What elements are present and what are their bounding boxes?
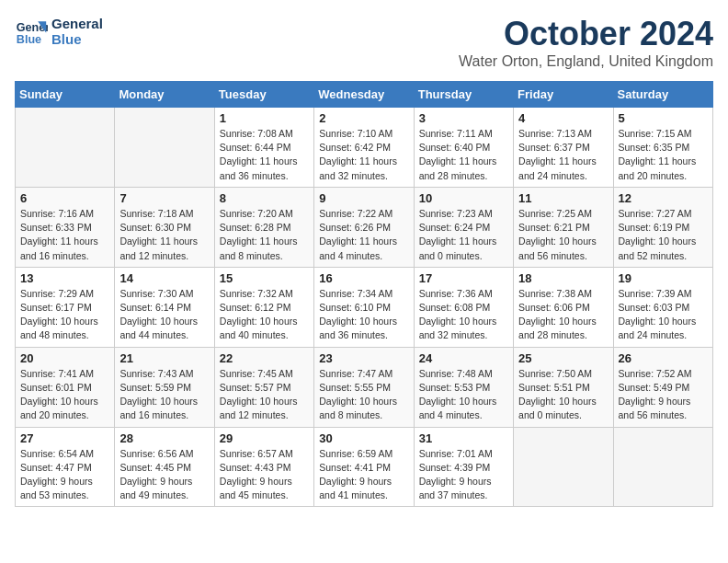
- month-title: October 2024: [459, 15, 713, 53]
- day-cell: 24Sunrise: 7:48 AM Sunset: 5:53 PM Dayli…: [414, 347, 513, 427]
- day-cell: 12Sunrise: 7:27 AM Sunset: 6:19 PM Dayli…: [613, 187, 712, 267]
- week-row-3: 13Sunrise: 7:29 AM Sunset: 6:17 PM Dayli…: [16, 267, 713, 347]
- week-row-5: 27Sunrise: 6:54 AM Sunset: 4:47 PM Dayli…: [16, 427, 713, 507]
- day-info: Sunrise: 7:38 AM Sunset: 6:06 PM Dayligh…: [518, 287, 608, 343]
- day-cell: [115, 108, 214, 188]
- logo: General Blue General Blue: [15, 15, 103, 48]
- day-number: 18: [518, 271, 608, 285]
- calendar-table: SundayMondayTuesdayWednesdayThursdayFrid…: [15, 81, 713, 507]
- day-cell: 1Sunrise: 7:08 AM Sunset: 6:44 PM Daylig…: [214, 108, 313, 188]
- day-cell: 6Sunrise: 7:16 AM Sunset: 6:33 PM Daylig…: [16, 187, 115, 267]
- day-info: Sunrise: 7:50 AM Sunset: 5:51 PM Dayligh…: [518, 367, 608, 423]
- day-cell: 14Sunrise: 7:30 AM Sunset: 6:14 PM Dayli…: [115, 267, 214, 347]
- day-cell: 19Sunrise: 7:39 AM Sunset: 6:03 PM Dayli…: [613, 267, 712, 347]
- day-number: 24: [419, 351, 508, 365]
- day-cell: 3Sunrise: 7:11 AM Sunset: 6:40 PM Daylig…: [414, 108, 513, 188]
- col-header-thursday: Thursday: [414, 82, 513, 108]
- day-number: 14: [119, 271, 209, 285]
- day-number: 31: [419, 431, 508, 445]
- day-number: 11: [518, 191, 608, 205]
- day-info: Sunrise: 7:18 AM Sunset: 6:30 PM Dayligh…: [119, 207, 209, 263]
- day-number: 17: [419, 271, 508, 285]
- day-cell: 22Sunrise: 7:45 AM Sunset: 5:57 PM Dayli…: [214, 347, 313, 427]
- day-info: Sunrise: 7:45 AM Sunset: 5:57 PM Dayligh…: [220, 367, 309, 423]
- day-cell: 18Sunrise: 7:38 AM Sunset: 6:06 PM Dayli…: [514, 267, 613, 347]
- day-cell: 2Sunrise: 7:10 AM Sunset: 6:42 PM Daylig…: [314, 108, 414, 188]
- day-info: Sunrise: 7:48 AM Sunset: 5:53 PM Dayligh…: [419, 367, 508, 423]
- day-number: 7: [119, 191, 209, 205]
- day-cell: 10Sunrise: 7:23 AM Sunset: 6:24 PM Dayli…: [414, 187, 513, 267]
- day-cell: 13Sunrise: 7:29 AM Sunset: 6:17 PM Dayli…: [16, 267, 115, 347]
- day-number: 10: [419, 191, 508, 205]
- day-info: Sunrise: 7:15 AM Sunset: 6:35 PM Dayligh…: [619, 127, 708, 183]
- day-info: Sunrise: 6:59 AM Sunset: 4:41 PM Dayligh…: [319, 447, 408, 503]
- day-cell: 29Sunrise: 6:57 AM Sunset: 4:43 PM Dayli…: [214, 427, 313, 507]
- day-number: 30: [319, 431, 408, 445]
- day-info: Sunrise: 7:34 AM Sunset: 6:10 PM Dayligh…: [319, 287, 408, 343]
- logo-general: General: [51, 16, 103, 31]
- day-info: Sunrise: 7:25 AM Sunset: 6:21 PM Dayligh…: [518, 207, 608, 263]
- day-number: 4: [518, 111, 608, 125]
- day-cell: 7Sunrise: 7:18 AM Sunset: 6:30 PM Daylig…: [115, 187, 214, 267]
- day-info: Sunrise: 7:10 AM Sunset: 6:42 PM Dayligh…: [319, 127, 408, 183]
- day-info: Sunrise: 7:32 AM Sunset: 6:12 PM Dayligh…: [220, 287, 309, 343]
- day-cell: 23Sunrise: 7:47 AM Sunset: 5:55 PM Dayli…: [314, 347, 414, 427]
- location: Water Orton, England, United Kingdom: [459, 53, 713, 70]
- day-cell: 16Sunrise: 7:34 AM Sunset: 6:10 PM Dayli…: [314, 267, 414, 347]
- day-cell: 28Sunrise: 6:56 AM Sunset: 4:45 PM Dayli…: [115, 427, 214, 507]
- day-number: 9: [319, 191, 408, 205]
- day-number: 15: [220, 271, 309, 285]
- day-cell: [613, 427, 712, 507]
- day-cell: 30Sunrise: 6:59 AM Sunset: 4:41 PM Dayli…: [314, 427, 414, 507]
- day-cell: [16, 108, 115, 188]
- day-info: Sunrise: 6:56 AM Sunset: 4:45 PM Dayligh…: [119, 447, 209, 503]
- day-number: 1: [220, 111, 309, 125]
- day-cell: 8Sunrise: 7:20 AM Sunset: 6:28 PM Daylig…: [214, 187, 313, 267]
- week-row-1: 1Sunrise: 7:08 AM Sunset: 6:44 PM Daylig…: [16, 108, 713, 188]
- day-number: 12: [619, 191, 708, 205]
- day-info: Sunrise: 6:54 AM Sunset: 4:47 PM Dayligh…: [20, 447, 109, 503]
- day-info: Sunrise: 7:13 AM Sunset: 6:37 PM Dayligh…: [518, 127, 608, 183]
- logo-icon: General Blue: [15, 15, 48, 48]
- day-cell: 20Sunrise: 7:41 AM Sunset: 6:01 PM Dayli…: [16, 347, 115, 427]
- day-number: 28: [119, 431, 209, 445]
- day-number: 20: [20, 351, 109, 365]
- day-info: Sunrise: 7:27 AM Sunset: 6:19 PM Dayligh…: [619, 207, 708, 263]
- day-cell: [514, 427, 613, 507]
- day-number: 6: [20, 191, 109, 205]
- day-info: Sunrise: 7:08 AM Sunset: 6:44 PM Dayligh…: [220, 127, 309, 183]
- day-number: 5: [619, 111, 708, 125]
- day-number: 16: [319, 271, 408, 285]
- day-cell: 4Sunrise: 7:13 AM Sunset: 6:37 PM Daylig…: [514, 108, 613, 188]
- logo-blue: Blue: [51, 31, 103, 47]
- day-number: 8: [220, 191, 309, 205]
- calendar-header-row: SundayMondayTuesdayWednesdayThursdayFrid…: [16, 82, 713, 108]
- day-cell: 21Sunrise: 7:43 AM Sunset: 5:59 PM Dayli…: [115, 347, 214, 427]
- day-info: Sunrise: 7:43 AM Sunset: 5:59 PM Dayligh…: [119, 367, 209, 423]
- day-cell: 17Sunrise: 7:36 AM Sunset: 6:08 PM Dayli…: [414, 267, 513, 347]
- day-info: Sunrise: 7:16 AM Sunset: 6:33 PM Dayligh…: [20, 207, 109, 263]
- day-info: Sunrise: 7:23 AM Sunset: 6:24 PM Dayligh…: [419, 207, 508, 263]
- day-info: Sunrise: 7:30 AM Sunset: 6:14 PM Dayligh…: [119, 287, 209, 343]
- day-cell: 5Sunrise: 7:15 AM Sunset: 6:35 PM Daylig…: [613, 108, 712, 188]
- day-cell: 31Sunrise: 7:01 AM Sunset: 4:39 PM Dayli…: [414, 427, 513, 507]
- day-info: Sunrise: 7:11 AM Sunset: 6:40 PM Dayligh…: [419, 127, 508, 183]
- day-number: 19: [619, 271, 708, 285]
- day-number: 22: [220, 351, 309, 365]
- col-header-friday: Friday: [514, 82, 613, 108]
- day-cell: 27Sunrise: 6:54 AM Sunset: 4:47 PM Dayli…: [16, 427, 115, 507]
- day-number: 3: [419, 111, 508, 125]
- svg-text:Blue: Blue: [17, 33, 41, 46]
- day-number: 21: [119, 351, 209, 365]
- day-info: Sunrise: 7:52 AM Sunset: 5:49 PM Dayligh…: [619, 367, 708, 423]
- day-info: Sunrise: 7:22 AM Sunset: 6:26 PM Dayligh…: [319, 207, 408, 263]
- day-info: Sunrise: 7:36 AM Sunset: 6:08 PM Dayligh…: [419, 287, 508, 343]
- day-info: Sunrise: 7:01 AM Sunset: 4:39 PM Dayligh…: [419, 447, 508, 503]
- day-number: 29: [220, 431, 309, 445]
- day-info: Sunrise: 7:29 AM Sunset: 6:17 PM Dayligh…: [20, 287, 109, 343]
- col-header-sunday: Sunday: [16, 82, 115, 108]
- day-info: Sunrise: 7:20 AM Sunset: 6:28 PM Dayligh…: [220, 207, 309, 263]
- title-block: October 2024 Water Orton, England, Unite…: [459, 15, 713, 70]
- col-header-tuesday: Tuesday: [214, 82, 313, 108]
- day-number: 25: [518, 351, 608, 365]
